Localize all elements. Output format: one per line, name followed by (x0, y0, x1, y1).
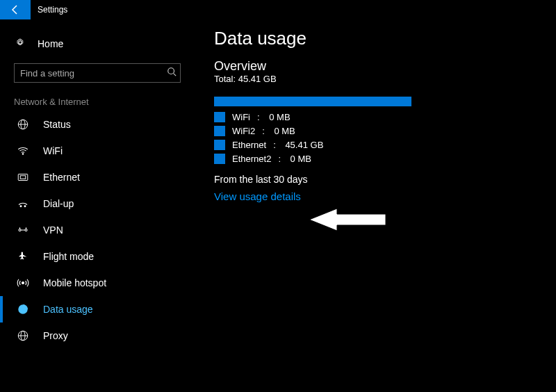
sidebar-item-label: Flight mode (43, 251, 94, 262)
total-label: Total: 45.41 GB (214, 74, 541, 84)
usage-name: Ethernet (232, 140, 266, 150)
sidebar-item-wifi[interactable]: WiFi (0, 138, 195, 164)
home-button[interactable]: Home (0, 31, 195, 56)
usage-value: 0 MB (291, 154, 311, 164)
dialup-icon (17, 197, 29, 210)
usage-row-ethernet2: Ethernet2: 0 MB (214, 154, 541, 164)
svg-rect-5 (18, 174, 28, 181)
usage-value: 45.41 GB (285, 140, 323, 150)
ethernet-icon (17, 171, 29, 183)
usage-name: WiFi (232, 112, 250, 122)
usage-value: 0 MB (274, 126, 295, 136)
svg-point-1 (168, 68, 174, 74)
sidebar-item-label: Proxy (43, 330, 68, 341)
sidebar-item-label: Ethernet (43, 172, 80, 183)
svg-point-10 (25, 229, 27, 231)
svg-point-4 (22, 154, 24, 155)
color-swatch (214, 112, 225, 122)
usage-row-wifi2: WiFi2: 0 MB (214, 126, 541, 136)
sidebar-item-dialup[interactable]: Dial-up (0, 190, 195, 217)
color-swatch (214, 154, 225, 164)
search-icon (167, 67, 177, 79)
search-input[interactable] (14, 63, 181, 83)
back-button[interactable] (0, 0, 31, 19)
sidebar-item-label: Status (43, 119, 71, 130)
usage-row-ethernet: Ethernet: 45.41 GB (214, 140, 541, 150)
titlebar: Settings (0, 0, 556, 19)
app-title: Settings (38, 5, 67, 15)
data-usage-icon (17, 303, 29, 316)
sidebar: Home Network & Internet Status WiFi Ethe… (0, 19, 195, 349)
svg-point-0 (19, 41, 22, 44)
sidebar-item-mobile-hotspot[interactable]: Mobile hotspot (0, 270, 195, 296)
annotation-arrow-icon (306, 206, 389, 236)
svg-rect-6 (20, 176, 26, 179)
period-label: From the last 30 days (214, 174, 541, 185)
svg-point-7 (20, 206, 22, 207)
usage-name: WiFi2 (232, 126, 255, 136)
category-label: Network & Internet (0, 91, 195, 111)
globe-icon (17, 118, 29, 131)
usage-value: 0 MB (269, 112, 290, 122)
sidebar-item-label: Dial-up (43, 198, 74, 209)
usage-row-wifi: WiFi: 0 MB (214, 112, 541, 122)
view-usage-details-link[interactable]: View usage details (214, 190, 301, 202)
color-swatch (214, 140, 225, 150)
sidebar-item-label: Data usage (43, 304, 93, 315)
wifi-icon (17, 145, 29, 157)
page-title: Data usage (214, 28, 541, 49)
usage-name: Ethernet2 (232, 154, 271, 164)
arrow-left-icon (10, 4, 21, 15)
color-swatch (214, 126, 225, 136)
overview-heading: Overview (214, 59, 541, 74)
sidebar-item-vpn[interactable]: VPN (0, 217, 195, 243)
hotspot-icon (17, 277, 29, 289)
svg-point-11 (22, 282, 24, 284)
sidebar-item-label: Mobile hotspot (43, 277, 106, 288)
sidebar-item-data-usage[interactable]: Data usage (0, 296, 195, 322)
svg-point-9 (19, 229, 21, 231)
sidebar-item-flight-mode[interactable]: Flight mode (0, 243, 195, 270)
usage-bar (214, 97, 411, 106)
sidebar-item-ethernet[interactable]: Ethernet (0, 164, 195, 190)
main-content: Data usage Overview Total: 45.41 GB WiFi… (214, 28, 541, 202)
gear-icon (14, 36, 26, 51)
proxy-icon (17, 329, 29, 342)
sidebar-item-status[interactable]: Status (0, 111, 195, 138)
sidebar-item-label: WiFi (43, 145, 63, 156)
vpn-icon (17, 224, 29, 236)
sidebar-item-label: VPN (43, 224, 63, 236)
svg-point-8 (24, 206, 26, 207)
sidebar-item-proxy[interactable]: Proxy (0, 322, 195, 349)
home-label: Home (38, 38, 63, 49)
airplane-icon (17, 250, 29, 263)
search-field[interactable] (14, 63, 181, 83)
